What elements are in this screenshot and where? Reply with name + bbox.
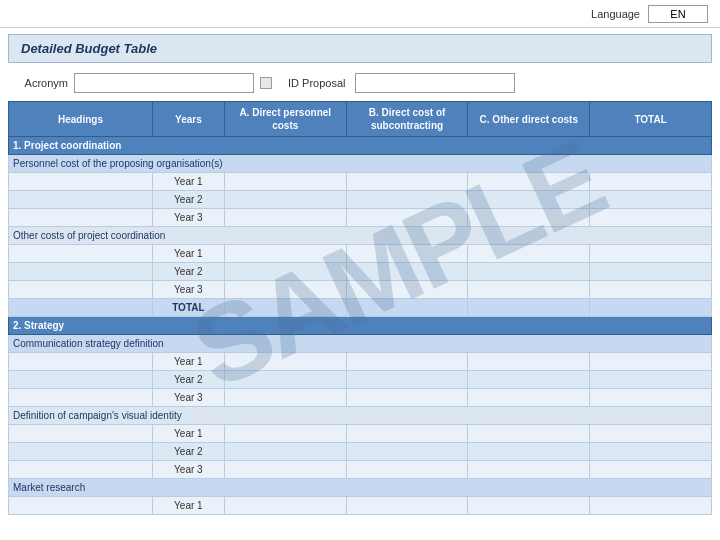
data-cell bbox=[224, 371, 346, 389]
data-cell bbox=[346, 371, 468, 389]
subheading-label: Definition of campaign's visual identity bbox=[9, 407, 712, 425]
id-checkbox[interactable] bbox=[260, 77, 272, 89]
table-row: Year 1 bbox=[9, 245, 712, 263]
total-cell bbox=[346, 299, 468, 317]
id-label: ID Proposal bbox=[288, 77, 345, 89]
data-cell bbox=[468, 209, 590, 227]
acronym-row: Acronym ID Proposal bbox=[0, 69, 720, 97]
table-row: Year 2 bbox=[9, 371, 712, 389]
total-cell bbox=[468, 299, 590, 317]
row-heading bbox=[9, 371, 153, 389]
data-cell bbox=[590, 245, 712, 263]
table-row: Year 1 bbox=[9, 173, 712, 191]
data-cell bbox=[590, 191, 712, 209]
data-cell bbox=[590, 443, 712, 461]
section-title: 1. Project coordination bbox=[9, 137, 712, 155]
year-cell: Year 1 bbox=[152, 245, 224, 263]
data-cell bbox=[468, 263, 590, 281]
data-cell bbox=[468, 389, 590, 407]
table-row: Year 3 bbox=[9, 209, 712, 227]
table-row: Year 2 bbox=[9, 191, 712, 209]
subheading-row: Market research bbox=[9, 479, 712, 497]
year-cell: Year 2 bbox=[152, 263, 224, 281]
subheading-label: Other costs of project coordination bbox=[9, 227, 712, 245]
data-cell bbox=[590, 497, 712, 515]
subheading-row: Other costs of project coordination bbox=[9, 227, 712, 245]
row-heading bbox=[9, 389, 153, 407]
data-cell bbox=[346, 173, 468, 191]
year-cell: Year 2 bbox=[152, 443, 224, 461]
data-cell bbox=[224, 425, 346, 443]
table-row: Year 2 bbox=[9, 443, 712, 461]
data-cell bbox=[346, 389, 468, 407]
year-cell: Year 2 bbox=[152, 371, 224, 389]
total-cell bbox=[590, 299, 712, 317]
data-cell bbox=[590, 173, 712, 191]
data-cell bbox=[224, 191, 346, 209]
total-heading bbox=[9, 299, 153, 317]
top-bar: Language EN bbox=[0, 0, 720, 28]
table-row: Year 3 bbox=[9, 461, 712, 479]
year-cell: Year 2 bbox=[152, 191, 224, 209]
data-cell bbox=[224, 461, 346, 479]
data-cell bbox=[224, 173, 346, 191]
table-row: Year 2 bbox=[9, 263, 712, 281]
data-cell bbox=[468, 461, 590, 479]
data-cell bbox=[590, 425, 712, 443]
data-cell bbox=[468, 443, 590, 461]
subheading-label: Market research bbox=[9, 479, 712, 497]
year-cell: Year 1 bbox=[152, 173, 224, 191]
year-cell: Year 3 bbox=[152, 389, 224, 407]
year-cell: Year 3 bbox=[152, 461, 224, 479]
data-cell bbox=[590, 371, 712, 389]
data-cell bbox=[346, 263, 468, 281]
row-heading bbox=[9, 281, 153, 299]
acronym-input[interactable] bbox=[74, 73, 254, 93]
data-cell bbox=[346, 425, 468, 443]
data-cell bbox=[346, 461, 468, 479]
data-cell bbox=[346, 281, 468, 299]
data-cell bbox=[224, 263, 346, 281]
header-total: TOTAL bbox=[590, 102, 712, 137]
total-row: TOTAL bbox=[9, 299, 712, 317]
header-headings: Headings bbox=[9, 102, 153, 137]
data-cell bbox=[224, 443, 346, 461]
header-years: Years bbox=[152, 102, 224, 137]
total-label: TOTAL bbox=[152, 299, 224, 317]
row-heading bbox=[9, 191, 153, 209]
subheading-label: Personnel cost of the proposing organisa… bbox=[9, 155, 712, 173]
row-heading bbox=[9, 209, 153, 227]
data-cell bbox=[346, 353, 468, 371]
data-cell bbox=[590, 389, 712, 407]
total-cell bbox=[224, 299, 346, 317]
id-input[interactable] bbox=[355, 73, 515, 93]
table-row: Year 3 bbox=[9, 281, 712, 299]
year-cell: Year 1 bbox=[152, 353, 224, 371]
header-personnel: A. Direct personnel costs bbox=[224, 102, 346, 137]
subheading-row: Communication strategy definition bbox=[9, 335, 712, 353]
row-heading bbox=[9, 443, 153, 461]
header-subcontracting: B. Direct cost of subcontracting bbox=[346, 102, 468, 137]
data-cell bbox=[468, 281, 590, 299]
table-row: Year 3 bbox=[9, 389, 712, 407]
data-cell bbox=[590, 461, 712, 479]
data-cell bbox=[468, 245, 590, 263]
year-cell: Year 1 bbox=[152, 497, 224, 515]
subheading-label: Communication strategy definition bbox=[9, 335, 712, 353]
data-cell bbox=[468, 425, 590, 443]
data-cell bbox=[468, 173, 590, 191]
year-cell: Year 3 bbox=[152, 209, 224, 227]
page-title: Detailed Budget Table bbox=[21, 41, 157, 56]
data-cell bbox=[224, 209, 346, 227]
data-cell bbox=[346, 497, 468, 515]
data-cell bbox=[224, 389, 346, 407]
budget-table: Headings Years A. Direct personnel costs… bbox=[8, 101, 712, 515]
data-cell bbox=[590, 263, 712, 281]
section-row: 2. Strategy bbox=[9, 317, 712, 335]
data-cell bbox=[346, 245, 468, 263]
data-cell bbox=[590, 209, 712, 227]
subheading-row: Definition of campaign's visual identity bbox=[9, 407, 712, 425]
row-heading bbox=[9, 173, 153, 191]
table-row: Year 1 bbox=[9, 353, 712, 371]
year-cell: Year 1 bbox=[152, 425, 224, 443]
